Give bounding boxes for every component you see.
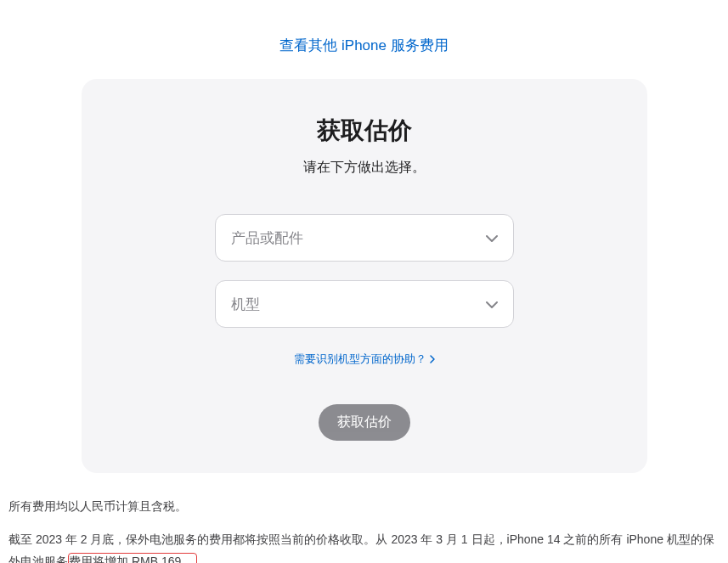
select-product-label: 产品或配件	[231, 228, 303, 248]
select-model-row: 机型	[215, 280, 514, 328]
get-estimate-button[interactable]: 获取估价	[319, 404, 410, 441]
card-subtitle: 请在下方做出选择。	[116, 159, 613, 177]
identify-model-link[interactable]: 需要识别机型方面的协助？	[294, 352, 435, 367]
footer-note-1: 所有费用均以人民币计算且含税。	[8, 495, 720, 518]
identify-model-label: 需要识别机型方面的协助？	[294, 352, 426, 367]
chevron-down-icon	[486, 230, 498, 245]
card-title: 获取估价	[116, 115, 613, 147]
footer: 所有费用均以人民币计算且含税。 截至 2023 年 2 月底，保外电池服务的费用…	[8, 473, 720, 563]
footer-note-2: 截至 2023 年 2 月底，保外电池服务的费用都将按照当前的价格收取。从 20…	[8, 528, 720, 563]
estimate-card: 获取估价 请在下方做出选择。 产品或配件 机型 需要识别机型方面的协助？	[82, 79, 647, 473]
select-product-row: 产品或配件	[215, 214, 514, 262]
chevron-right-icon	[430, 353, 435, 366]
other-services-link[interactable]: 查看其他 iPhone 服务费用	[279, 37, 448, 53]
select-product[interactable]: 产品或配件	[215, 214, 514, 262]
help-link-row: 需要识别机型方面的协助？	[116, 346, 613, 404]
chevron-down-icon	[486, 296, 498, 312]
select-model[interactable]: 机型	[215, 280, 514, 328]
select-model-label: 机型	[231, 295, 260, 314]
page-root: 查看其他 iPhone 服务费用 获取估价 请在下方做出选择。 产品或配件 机型	[0, 0, 728, 563]
top-link-row: 查看其他 iPhone 服务费用	[8, 0, 720, 79]
price-increase-highlight: 费用将增加 RMB 169。	[68, 553, 197, 563]
